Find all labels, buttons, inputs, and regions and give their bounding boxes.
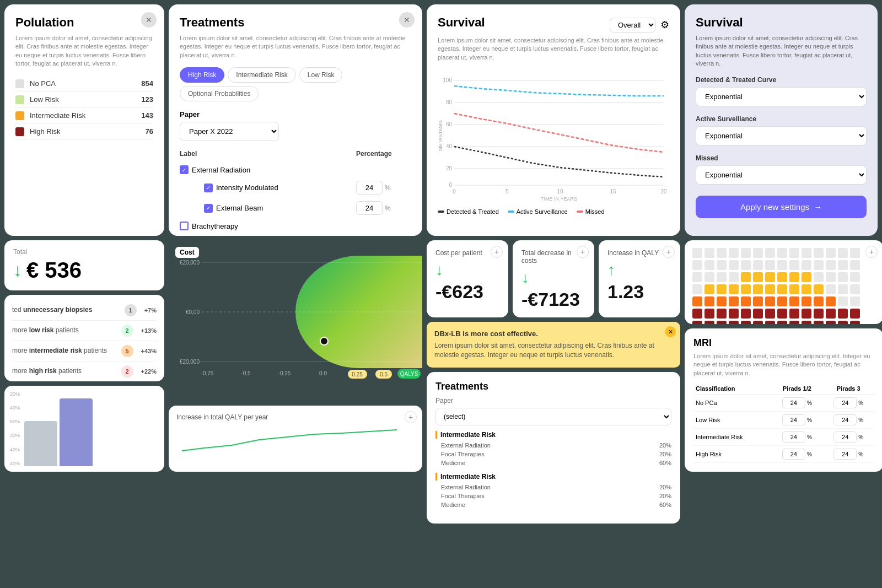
mri-input-intermediate-2[interactable] <box>833 431 857 443</box>
stat-badge-lowrisk: 2 <box>121 325 133 337</box>
overall-select[interactable]: Overall <box>610 18 656 33</box>
tab-optional-probs[interactable]: Optional Probabilities <box>180 86 259 101</box>
stat-change-intermediate: +43% <box>141 348 157 354</box>
tab-intermediate-risk[interactable]: Intermediate Risk <box>228 67 295 83</box>
stat-change-biopsies: +7% <box>144 307 157 314</box>
mri-input-intermediate-1[interactable] <box>782 431 805 443</box>
legend-detected: Detected & Treated <box>438 208 499 215</box>
tooltip-close-button[interactable]: ✕ <box>665 326 676 337</box>
svg-text:60: 60 <box>446 121 453 127</box>
svg-rect-36 <box>692 248 702 258</box>
stat-label-intermediate: more intermediate risk patients <box>12 347 121 355</box>
svg-rect-92 <box>692 296 702 306</box>
metric-label-decrease: Total decrease in costs <box>521 249 585 265</box>
treatments-mini-card: Treatments Paper (select) Intermediate R… <box>427 372 680 524</box>
arrow-down-icon: ↓ <box>435 261 499 279</box>
tab-high-risk[interactable]: High Risk <box>180 67 224 83</box>
metric-total-decrease: + Total decrease in costs ↓ -€7123 <box>513 240 594 317</box>
svg-rect-105 <box>850 296 860 306</box>
stat-badge-biopsies: 1 <box>125 304 137 316</box>
svg-text:0: 0 <box>449 182 452 188</box>
mri-col-classification: Classification <box>693 383 771 395</box>
svg-text:METASTASIS: METASTASIS <box>438 120 443 151</box>
pop-value-intermediate: 143 <box>141 111 153 120</box>
mri-row-lowrisk: Low Risk % % <box>693 412 874 429</box>
pop-dot-lowrisk <box>15 95 24 104</box>
mri-input-nopca-1[interactable] <box>782 397 805 408</box>
svg-rect-121 <box>704 321 714 324</box>
risk-header-1: Intermediate Risk <box>435 431 671 439</box>
total-value: ↓ € 536 <box>13 258 155 283</box>
paper-select[interactable]: Paper X 2022 <box>180 122 279 141</box>
cost-chart-area: €20,000 €0,00 -€20,000 -0.75 -0.5 -0.25 … <box>180 251 422 368</box>
apply-settings-button[interactable]: Apply new settings → <box>696 196 867 218</box>
mri-input-lowrisk-1[interactable] <box>782 414 805 425</box>
survival-settings-button[interactable]: ⚙ <box>660 19 669 31</box>
metric-plus-1[interactable]: + <box>491 246 503 258</box>
treatments-desc: Lorem ipsum dolor sit amet, consectetur … <box>180 34 411 60</box>
mri-input-highrisk-1[interactable] <box>782 449 805 460</box>
svg-text:-0.75: -0.75 <box>201 370 214 376</box>
curve-select-surveillance[interactable]: Exponential <box>696 126 867 145</box>
svg-rect-118 <box>838 309 848 319</box>
col4-bottom: + <box>685 240 882 472</box>
label-intensity: Intensity Modulated <box>216 184 278 192</box>
curve-section-missed: Missed Exponential <box>696 154 867 185</box>
population-close-button[interactable]: ✕ <box>141 12 157 28</box>
svg-rect-108 <box>717 309 727 319</box>
svg-rect-55 <box>753 260 763 270</box>
svg-rect-101 <box>802 296 811 306</box>
stat-label-highrisk: more high risk patients <box>12 367 121 376</box>
svg-rect-98 <box>765 296 775 306</box>
svg-rect-56 <box>765 260 775 270</box>
checkbox-brachy[interactable] <box>180 222 189 230</box>
pop-label-intermediate: Intermediate Risk <box>30 111 141 120</box>
svg-text:80: 80 <box>446 99 453 105</box>
tab-low-risk[interactable]: Low Risk <box>299 67 343 83</box>
curve-select-missed[interactable]: Exponential <box>696 165 867 185</box>
svg-rect-87 <box>802 284 811 294</box>
mini-chart-card: 20%40%60% 20%40%40% <box>4 386 164 472</box>
pct-input-intensity[interactable] <box>356 181 383 195</box>
curve-select-detected[interactable]: Exponential <box>696 87 867 106</box>
mri-input-lowrisk-2[interactable] <box>833 414 857 425</box>
pop-dot-intermediate <box>15 111 24 120</box>
curve-label-missed: Missed <box>696 154 867 162</box>
waffle-plus-button[interactable]: + <box>865 246 878 258</box>
mri-input-nopca-2[interactable] <box>833 397 857 408</box>
svg-text:5: 5 <box>505 188 509 195</box>
survival-chart: METASTASIS 100 80 60 40 20 0 0 5 10 15 <box>438 69 669 202</box>
pop-dot-nopca <box>15 79 24 88</box>
mri-row-intermediate: Intermediate Risk % % <box>693 429 874 446</box>
metric-plus-2[interactable]: + <box>577 246 589 258</box>
svg-rect-79 <box>704 284 714 294</box>
checkbox-ext-rad[interactable]: ✓ <box>180 165 189 174</box>
svg-rect-39 <box>729 248 739 258</box>
bar-purple <box>60 398 93 466</box>
mri-input-highrisk-2[interactable] <box>833 449 857 460</box>
metric-value-qaly: 1.23 <box>607 281 671 303</box>
metric-plus-3[interactable]: + <box>663 246 675 258</box>
pct-input-ext-beam[interactable] <box>356 201 383 215</box>
survival-title: Survival <box>438 15 485 30</box>
svg-rect-91 <box>850 284 860 294</box>
svg-rect-112 <box>765 309 775 319</box>
svg-rect-113 <box>777 309 787 319</box>
qaly-card: + Increase in total QALY per year <box>169 406 422 472</box>
svg-rect-53 <box>729 260 739 270</box>
svg-rect-61 <box>826 260 836 270</box>
checkbox-ext-beam[interactable]: ✓ <box>204 204 213 213</box>
mri-table: Classification Pirads 1/2 Pirads 3 No PC… <box>693 383 874 463</box>
tooltip-text: Lorem ipsum dolor sit amet, consectetur … <box>434 341 673 360</box>
mri-row-nopca: No PCa % % <box>693 395 874 412</box>
svg-rect-94 <box>717 296 727 306</box>
treatments-close-button[interactable]: ✕ <box>399 12 415 28</box>
legend-surveillance: Active Surveillance <box>508 208 568 215</box>
treatment-row-brachy: Brachytherapy <box>180 218 411 234</box>
treatments-tabs: High Risk Intermediate Risk Low Risk Opt… <box>180 67 411 101</box>
checkbox-intensity[interactable]: ✓ <box>204 184 213 192</box>
svg-rect-59 <box>802 260 811 270</box>
qaly-plus-button[interactable]: + <box>405 411 417 423</box>
svg-rect-133 <box>850 321 860 324</box>
treatments-mini-select[interactable]: (select) <box>435 408 671 425</box>
